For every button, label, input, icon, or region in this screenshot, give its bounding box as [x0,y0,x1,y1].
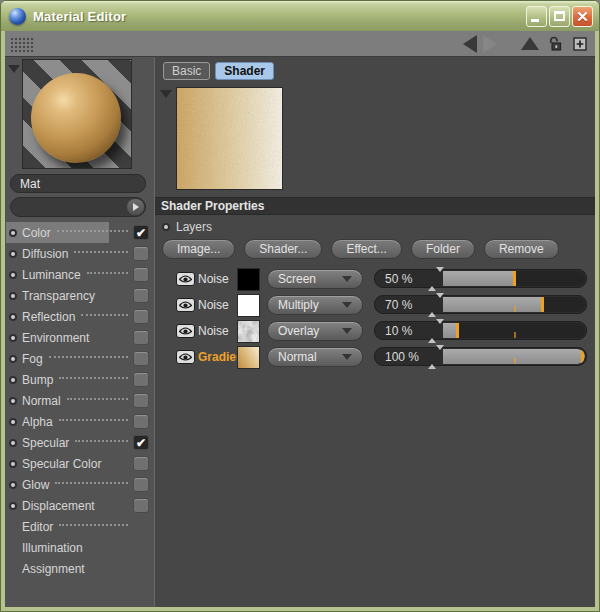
channel-bullet-icon [9,313,17,321]
layer-thumbnail[interactable] [237,268,260,291]
opacity-slider[interactable] [443,349,585,364]
maximize-button[interactable] [549,6,570,27]
channel-checkbox[interactable] [133,414,149,429]
channel-checkbox[interactable] [133,267,149,282]
channel-row[interactable]: Diffusion [5,243,154,264]
layer-thumbnail[interactable] [237,346,260,369]
slider-midpoint-tick [514,332,516,338]
channel-row[interactable]: Bump [5,369,154,390]
channel-checkbox[interactable]: ✔ [133,225,149,240]
dotted-leader [75,440,128,442]
minimize-button[interactable] [526,6,547,27]
channel-checkbox[interactable] [133,351,149,366]
opacity-spinner[interactable] [428,298,437,311]
add-icon[interactable] [573,37,587,51]
channel-checkbox[interactable] [133,456,149,471]
channel-checkbox[interactable] [133,498,149,513]
channel-row[interactable]: Editor [5,516,154,537]
channel-checkbox[interactable] [133,246,149,261]
channel-checkbox[interactable] [133,393,149,408]
layer-thumbnail[interactable] [237,320,260,343]
material-preview[interactable] [22,59,132,169]
channel-checkbox[interactable] [133,330,149,345]
channel-row[interactable]: Luminance [5,264,154,285]
drag-grip[interactable] [9,36,35,52]
lock-open-icon[interactable] [549,36,563,52]
channel-label: Normal [22,394,61,408]
texture-preview[interactable] [176,87,283,190]
channel-row[interactable]: Reflection [5,306,154,327]
channel-label: Bump [22,373,53,387]
opacity-value[interactable]: 50 % [385,272,412,286]
channel-checkbox[interactable] [133,372,149,387]
channel-row[interactable]: Alpha [5,411,154,432]
blend-mode-dropdown[interactable]: Normal [267,347,363,367]
opacity-value[interactable]: 70 % [385,298,412,312]
opacity-slider[interactable] [443,297,585,312]
channel-row[interactable]: Illumination [5,537,154,558]
channel-bullet-icon [9,355,17,363]
opacity-spinner[interactable] [428,272,437,285]
opacity-spinner[interactable] [428,324,437,337]
layers-group: Layers [162,220,212,234]
layer-visibility-toggle[interactable] [176,350,195,364]
shader-button[interactable]: Shader... [244,239,322,259]
opacity-slider[interactable] [443,323,585,338]
shader-properties-header: Shader Properties [155,197,595,215]
channel-row[interactable]: Color ✔ [5,222,154,243]
layer-thumbnail[interactable] [237,294,260,317]
tab-shader[interactable]: Shader [215,62,274,80]
tab-basic[interactable]: Basic [163,62,210,80]
channel-row[interactable]: Environment [5,327,154,348]
blend-mode-dropdown[interactable]: Multiply [267,295,363,315]
opacity-value[interactable]: 10 % [385,324,412,338]
channel-row[interactable]: Normal [5,390,154,411]
opacity-slider-handle[interactable] [541,297,544,312]
titlebar[interactable]: Material Editor ✕ [1,1,599,31]
blend-mode-dropdown[interactable]: Screen [267,269,363,289]
channel-row[interactable]: Specular Color [5,453,154,474]
blend-mode-dropdown[interactable]: Overlay [267,321,363,341]
layer-visibility-toggle[interactable] [176,272,195,286]
opacity-slider-handle[interactable] [456,323,459,338]
opacity-slider-handle[interactable] [581,349,584,364]
layer-name[interactable]: Noise [198,298,229,312]
toolbar [5,31,595,57]
channel-row[interactable]: Transparency [5,285,154,306]
channel-checkbox[interactable] [133,477,149,492]
shader-nav-button[interactable] [127,199,144,215]
folder-button[interactable]: Folder [411,239,475,259]
opacity-value[interactable]: 100 % [385,350,419,364]
channel-checkbox[interactable] [133,309,149,324]
channel-row[interactable]: Assignment [5,558,154,579]
close-button[interactable]: ✕ [572,6,593,27]
opacity-spinner[interactable] [428,350,437,363]
opacity-slider[interactable] [443,271,585,286]
shader-nav-field[interactable] [10,197,146,217]
effect-button[interactable]: Effect... [331,239,401,259]
history-back-icon[interactable] [463,35,477,53]
up-arrow-icon[interactable] [521,37,539,50]
layer-opacity-control: 70 % [374,295,587,314]
material-name-field[interactable]: Mat [10,174,146,193]
layer-name[interactable]: Noise [198,324,229,338]
window-title: Material Editor [33,9,526,24]
preview-twirl-icon[interactable] [8,65,20,73]
remove-button[interactable]: Remove [484,239,559,259]
channel-row[interactable]: Specular ✔ [5,432,154,453]
layer-visibility-toggle[interactable] [176,298,195,312]
texture-twirl-icon[interactable] [160,90,172,98]
layer-name[interactable]: Noise [198,272,229,286]
material-panel: Mat Color ✔ Diffusion Luminance Transpar… [5,57,154,607]
channel-checkbox[interactable]: ✔ [133,435,149,450]
opacity-slider-handle[interactable] [513,271,516,286]
channel-row[interactable]: Displacement [5,495,154,516]
channel-checkbox[interactable] [133,288,149,303]
app-icon [9,8,26,25]
channel-row[interactable]: Fog [5,348,154,369]
channel-row[interactable]: Glow [5,474,154,495]
image-button[interactable]: Image... [162,239,235,259]
dotted-leader [57,230,128,232]
dotted-leader [59,419,128,421]
layer-visibility-toggle[interactable] [176,324,195,338]
